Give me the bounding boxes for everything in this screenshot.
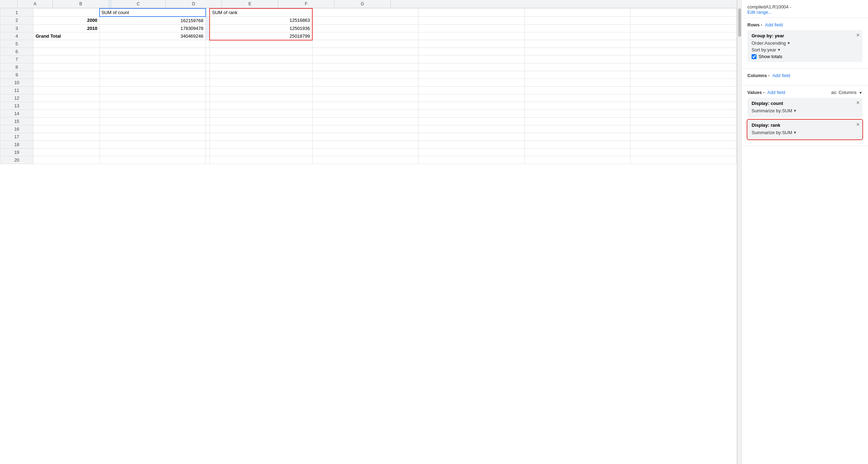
cell-g1[interactable]: [631, 8, 737, 17]
rank-card-title: Display: rank: [752, 123, 858, 128]
cell-b4[interactable]: 340469246: [100, 32, 206, 40]
columns-section-title: Columns - Add field: [747, 73, 862, 78]
values-add-field-link[interactable]: Add field: [767, 90, 785, 95]
count-summarize-arrow: ▼: [793, 109, 797, 113]
cell-c2[interactable]: 12516863: [210, 17, 312, 25]
col-header-f[interactable]: F: [278, 0, 334, 8]
cell-a3[interactable]: 2010: [33, 24, 100, 32]
order-dropdown-arrow: ▼: [787, 41, 791, 45]
col-header-b[interactable]: B: [53, 0, 109, 8]
table-row: 8: [0, 63, 737, 71]
cell-split4: [206, 32, 210, 40]
rows-section-title: Rows - Add field: [747, 22, 862, 27]
cell-d1[interactable]: [312, 8, 419, 17]
sortby-dropdown-arrow: ▼: [777, 48, 781, 52]
rank-card-close-button[interactable]: ×: [856, 122, 860, 127]
table-row: 4 Grand Total 340469246 25018799: [0, 32, 737, 40]
row-number: 2: [0, 17, 33, 25]
cell-split2: [206, 17, 210, 25]
table-row: 3 2010 178309478 12501936: [0, 24, 737, 32]
show-totals-checkbox[interactable]: [752, 54, 757, 59]
col-header-c[interactable]: C: [111, 0, 166, 8]
cell-g2[interactable]: [631, 17, 737, 25]
cell-e3[interactable]: [419, 24, 525, 32]
table-row: 17: [0, 133, 737, 141]
row-number-header: [0, 0, 18, 8]
cell-g4[interactable]: [631, 32, 737, 40]
columns-section: Columns - Add field: [742, 69, 868, 86]
table-row: 16: [0, 125, 737, 133]
table-row: 13: [0, 102, 737, 110]
columns-add-field-link[interactable]: Add field: [772, 73, 790, 78]
cell-e2[interactable]: [419, 17, 525, 25]
spreadsheet-body[interactable]: 1 SUM of count SUM of rank 2 2000 162159…: [0, 8, 737, 464]
values-section: Values - Add field as: Columns ▼ × Displ…: [742, 86, 868, 146]
rows-card-close-button[interactable]: ×: [856, 32, 860, 38]
cell-b3[interactable]: 178309478: [100, 24, 206, 32]
row-number: 1: [0, 8, 33, 17]
row-number: 4: [0, 32, 33, 40]
rank-summarize-dropdown[interactable]: SUM ▼: [782, 130, 797, 135]
count-card-title: Display: count: [752, 101, 858, 106]
cell-g3[interactable]: [631, 24, 737, 32]
table-row: 9: [0, 71, 737, 79]
count-summarize-dropdown[interactable]: SUM ▼: [782, 108, 797, 113]
values-as-columns-dropdown[interactable]: as: Columns ▼: [831, 90, 862, 95]
scroll-thumb[interactable]: [738, 8, 741, 37]
rows-group-by-title: Group by: year: [752, 33, 858, 38]
cell-b2[interactable]: 162159768: [100, 17, 206, 25]
cell-c3[interactable]: 12501936: [210, 24, 312, 32]
table-row: 5: [0, 40, 737, 48]
edit-range-link[interactable]: Edit range...: [747, 10, 772, 15]
cell-c1[interactable]: SUM of rank: [210, 8, 312, 17]
rank-summarize-arrow: ▼: [793, 131, 797, 134]
table-row: 12: [0, 94, 737, 102]
rows-group-by-card: × Group by: year Order: Ascending ▼ Sort…: [747, 30, 862, 62]
grid-table: 1 SUM of count SUM of rank 2 2000 162159…: [0, 8, 737, 164]
rows-sortby-dropdown[interactable]: year ▼: [767, 47, 781, 52]
rows-order-dropdown[interactable]: Ascending ▼: [765, 40, 791, 46]
cell-d2[interactable]: [312, 17, 419, 25]
col-header-g[interactable]: G: [334, 0, 391, 8]
table-row: 6: [0, 48, 737, 56]
values-section-title: Values - Add field: [747, 90, 785, 95]
table-row: 20: [0, 156, 737, 164]
cell-d3[interactable]: [312, 24, 419, 32]
cell-f4[interactable]: [524, 32, 631, 40]
table-row: 2 2000 162159768 12516863: [0, 17, 737, 25]
spreadsheet-area: A B C D E F G 1: [0, 0, 737, 464]
cell-b1[interactable]: SUM of count: [100, 8, 206, 17]
count-summarize-row: Summarize by: SUM ▼: [752, 108, 858, 113]
range-section: compiledA1:R10004 - Edit range...: [742, 0, 868, 18]
cell-d4[interactable]: [312, 32, 419, 40]
count-card-close-button[interactable]: ×: [856, 100, 860, 106]
values-rank-card: × Display: rank Summarize by: SUM ▼: [747, 120, 862, 139]
col-header-a[interactable]: A: [18, 0, 53, 8]
cell-e4[interactable]: [419, 32, 525, 40]
cell-f1[interactable]: [524, 8, 631, 17]
cell-split1: [206, 8, 210, 17]
table-row: 15: [0, 118, 737, 125]
cell-f3[interactable]: [524, 24, 631, 32]
cell-a4[interactable]: Grand Total: [33, 32, 100, 40]
table-row: 19: [0, 149, 737, 156]
table-row: 7: [0, 56, 737, 63]
col-header-d[interactable]: D: [166, 0, 222, 8]
col-header-e[interactable]: E: [222, 0, 278, 8]
rank-summarize-row: Summarize by: SUM ▼: [752, 130, 858, 135]
column-headers: A B C D E F G: [0, 0, 737, 8]
rows-add-field-link[interactable]: Add field: [765, 22, 783, 27]
range-label: compiledA1:R10004 -: [747, 4, 862, 10]
cell-a1[interactable]: [33, 8, 100, 17]
cell-e1[interactable]: [419, 8, 525, 17]
rows-sort-row: Sort by: year ▼: [752, 47, 858, 52]
table-row: 1 SUM of count SUM of rank: [0, 8, 737, 17]
cell-a2[interactable]: 2000: [33, 17, 100, 25]
cell-c4[interactable]: 25018799: [210, 32, 312, 40]
table-row: 18: [0, 141, 737, 149]
sidebar: compiledA1:R10004 - Edit range... Rows -…: [741, 0, 868, 464]
table-row: 14: [0, 110, 737, 118]
values-header: Values - Add field as: Columns ▼: [747, 90, 862, 95]
cell-f2[interactable]: [524, 17, 631, 25]
row-number: 3: [0, 24, 33, 32]
